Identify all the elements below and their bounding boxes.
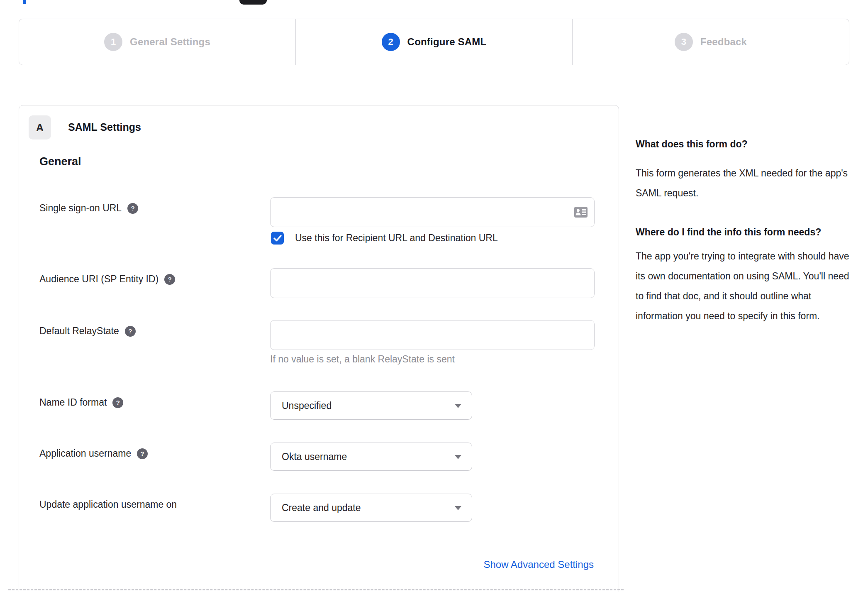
audience-uri-label: Audience URI (SP Entity ID) ? (39, 274, 175, 285)
update-username-row: Update application username on Create an… (19, 494, 619, 522)
sidebar-body-what: This form generates the XML needed for t… (636, 163, 860, 203)
sso-url-row: Single sign-on URL ? (19, 197, 619, 227)
update-username-label-text: Update application username on (39, 499, 177, 510)
nameid-format-label: Name ID format ? (39, 397, 123, 408)
chevron-down-icon (455, 506, 461, 510)
section-a-badge: A (29, 115, 51, 139)
update-username-value: Create and update (282, 502, 361, 514)
general-group-heading: General (39, 155, 81, 168)
app-username-value: Okta username (282, 451, 347, 462)
help-icon[interactable]: ? (112, 397, 123, 408)
sidebar-heading-what: What does this form do? (636, 136, 860, 152)
app-username-label: Application username ? (39, 448, 148, 459)
step-feedback[interactable]: 3 Feedback (572, 19, 849, 65)
nameid-format-row: Name ID format ? Unspecified (19, 391, 619, 420)
help-sidebar: What does this form do? This form genera… (636, 136, 860, 326)
app-username-label-text: Application username (39, 448, 131, 459)
page: 1 General Settings 2 Configure SAML 3 Fe… (0, 0, 868, 592)
saml-settings-panel: A SAML Settings General Single sign-on U… (19, 105, 619, 592)
clipped-header-fragment (23, 0, 26, 4)
recipient-url-row: Use this for Recipient URL and Destinati… (19, 232, 619, 245)
audience-uri-input[interactable] (270, 268, 595, 298)
step-general-settings[interactable]: 1 General Settings (19, 19, 295, 65)
step-3-label: Feedback (700, 36, 747, 48)
step-2-label: Configure SAML (407, 36, 487, 48)
wizard-stepper: 1 General Settings 2 Configure SAML 3 Fe… (19, 19, 849, 65)
clipped-header-logo-fragment (239, 0, 267, 5)
chevron-down-icon (455, 404, 461, 408)
relaystate-row: Default RelayState ? (19, 320, 619, 350)
sso-url-input[interactable] (270, 197, 595, 227)
sso-url-label: Single sign-on URL ? (39, 203, 138, 214)
help-icon[interactable]: ? (127, 203, 138, 214)
dashed-separator (8, 589, 624, 590)
recipient-url-checkbox[interactable] (271, 232, 284, 245)
nameid-format-value: Unspecified (282, 400, 332, 411)
sidebar-body-where: The app you're trying to integrate with … (636, 246, 860, 326)
relaystate-helper-text: If no value is set, a blank RelayState i… (270, 354, 455, 365)
relaystate-label: Default RelayState ? (39, 325, 136, 337)
help-icon[interactable]: ? (164, 274, 175, 285)
step-1-label: General Settings (130, 36, 210, 48)
checkmark-icon (273, 235, 282, 242)
app-username-row: Application username ? Okta username (19, 443, 619, 471)
step-3-badge: 3 (675, 33, 693, 51)
chevron-down-icon (455, 455, 461, 459)
panel-title: SAML Settings (68, 121, 141, 133)
app-username-select[interactable]: Okta username (270, 443, 472, 471)
nameid-format-select[interactable]: Unspecified (270, 391, 472, 420)
audience-uri-row: Audience URI (SP Entity ID) ? (19, 268, 619, 298)
update-username-label: Update application username on (39, 499, 177, 510)
relaystate-label-text: Default RelayState (39, 325, 119, 337)
sso-url-label-text: Single sign-on URL (39, 203, 122, 214)
sidebar-heading-where: Where do I find the info this form needs… (636, 224, 860, 240)
step-2-badge: 2 (382, 33, 400, 51)
contact-card-icon[interactable] (574, 206, 588, 218)
help-icon[interactable]: ? (137, 448, 148, 459)
recipient-url-checkbox-label: Use this for Recipient URL and Destinati… (295, 232, 498, 245)
relaystate-input[interactable] (270, 320, 595, 350)
show-advanced-settings-link[interactable]: Show Advanced Settings (483, 559, 594, 570)
nameid-format-label-text: Name ID format (39, 397, 107, 408)
step-1-badge: 1 (104, 33, 122, 51)
audience-uri-label-text: Audience URI (SP Entity ID) (39, 274, 158, 285)
step-configure-saml[interactable]: 2 Configure SAML (295, 19, 572, 65)
update-username-select[interactable]: Create and update (270, 494, 472, 522)
help-icon[interactable]: ? (125, 326, 136, 337)
